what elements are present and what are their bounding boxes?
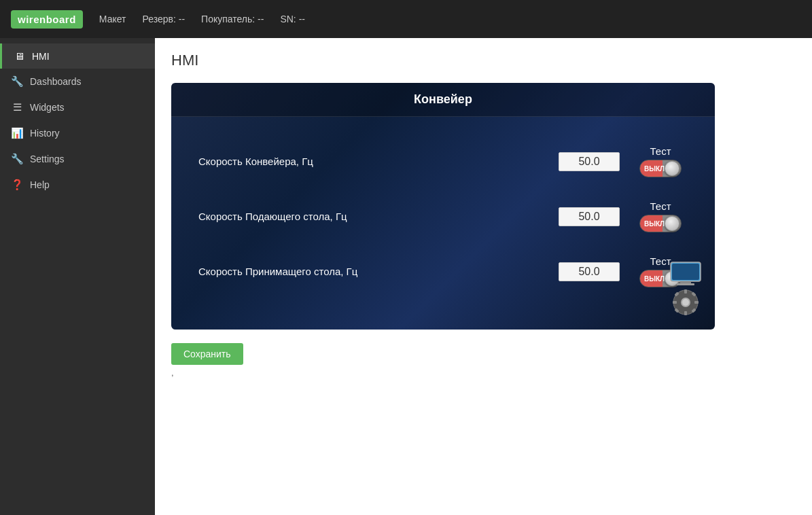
- sidebar-label-history: History: [30, 128, 60, 139]
- hmi-toggle-off-label-3: ВЫКЛ: [644, 275, 665, 283]
- hmi-input-2[interactable]: [559, 207, 620, 226]
- main-layout: 🖥 HMI 🔧 Dashboards ☰ Widgets 📊 History 🔧…: [0, 38, 812, 515]
- hmi-toggle-off-label-2: ВЫКЛ: [644, 220, 665, 228]
- sidebar-item-widgets[interactable]: ☰ Widgets: [0, 94, 155, 120]
- hmi-label-2: Скорость Подающего стола, Гц: [198, 211, 559, 222]
- hmi-test-label-1: Тест: [650, 145, 671, 157]
- wrench-icon: 🔧: [11, 75, 23, 88]
- hmi-bottom-icons: [670, 262, 701, 316]
- hmi-panel-title: Конвейер: [171, 83, 715, 117]
- comma-separator: ,: [171, 368, 796, 378]
- gear-settings-icon: [672, 289, 699, 316]
- sidebar-item-hmi[interactable]: 🖥 HMI: [0, 43, 155, 69]
- hmi-test-group-2: Тест ВЫКЛ: [633, 200, 688, 232]
- sidebar-item-history[interactable]: 📊 History: [0, 120, 155, 146]
- header-pokupatel: Покупатель: --: [201, 14, 264, 24]
- hmi-toggle-2[interactable]: ВЫКЛ: [639, 215, 682, 232]
- hmi-row-3: Скорость Принимащего стола, Гц Тест ВЫКЛ: [171, 247, 715, 296]
- header-nav: Макет Резерв: -- Покупатель: -- SN: --: [99, 14, 305, 24]
- hmi-label-3: Скорость Принимащего стола, Гц: [198, 266, 559, 277]
- sidebar-label-settings: Settings: [30, 154, 65, 164]
- header: wirenboard Макет Резерв: -- Покупатель: …: [0, 0, 812, 38]
- computer-monitor-icon: [670, 262, 701, 286]
- hmi-test-label-3: Тест: [650, 255, 671, 267]
- hmi-toggle-1[interactable]: ВЫКЛ: [639, 160, 682, 177]
- sidebar-label-dashboards: Dashboards: [30, 76, 82, 87]
- svg-rect-3: [677, 283, 694, 285]
- page-title: HMI: [171, 52, 796, 69]
- monitor-icon: 🖥: [13, 50, 25, 62]
- hmi-input-1[interactable]: [559, 152, 620, 171]
- hmi-toggle-knob-2: [665, 216, 679, 231]
- sidebar: 🖥 HMI 🔧 Dashboards ☰ Widgets 📊 History 🔧…: [0, 38, 155, 515]
- svg-rect-8: [673, 301, 677, 304]
- hmi-test-label-2: Тест: [650, 200, 671, 212]
- svg-rect-6: [684, 289, 687, 294]
- logo[interactable]: wirenboard: [11, 10, 83, 29]
- svg-rect-9: [694, 301, 699, 304]
- hmi-test-group-1: Тест ВЫКЛ: [633, 145, 688, 177]
- svg-rect-1: [672, 264, 699, 280]
- hmi-toggle-knob-1: [665, 161, 679, 176]
- header-sn: SN: --: [280, 14, 305, 24]
- sidebar-label-hmi: HMI: [32, 51, 50, 62]
- header-maket: Макет: [99, 14, 126, 24]
- header-rezerv: Резерв: --: [142, 14, 185, 24]
- hmi-row-1: Скорость Конвейера, Гц Тест ВЫКЛ: [171, 137, 715, 185]
- sidebar-item-help[interactable]: ❓ Help: [0, 172, 155, 198]
- settings-icon: 🔧: [11, 153, 23, 165]
- sidebar-item-dashboards[interactable]: 🔧 Dashboards: [0, 69, 155, 94]
- hmi-row-2: Скорость Подающего стола, Гц Тест ВЫКЛ: [171, 192, 715, 241]
- hmi-label-1: Скорость Конвейера, Гц: [198, 156, 559, 167]
- svg-rect-2: [680, 281, 691, 283]
- content-area: HMI Конвейер Скорость Конвейера, Гц Тест…: [155, 38, 812, 515]
- widgets-icon: ☰: [11, 101, 23, 113]
- svg-point-14: [682, 299, 689, 306]
- sidebar-label-help: Help: [30, 179, 50, 190]
- hmi-toggle-off-label-1: ВЫКЛ: [644, 165, 665, 173]
- svg-rect-7: [684, 311, 687, 315]
- save-button[interactable]: Сохранить: [171, 343, 243, 365]
- hmi-panel: Конвейер Скорость Конвейера, Гц Тест ВЫК…: [171, 83, 715, 330]
- help-icon: ❓: [11, 179, 23, 191]
- sidebar-item-settings[interactable]: 🔧 Settings: [0, 146, 155, 172]
- hmi-input-3[interactable]: [559, 262, 620, 281]
- history-icon: 📊: [11, 127, 23, 139]
- sidebar-label-widgets: Widgets: [30, 102, 65, 113]
